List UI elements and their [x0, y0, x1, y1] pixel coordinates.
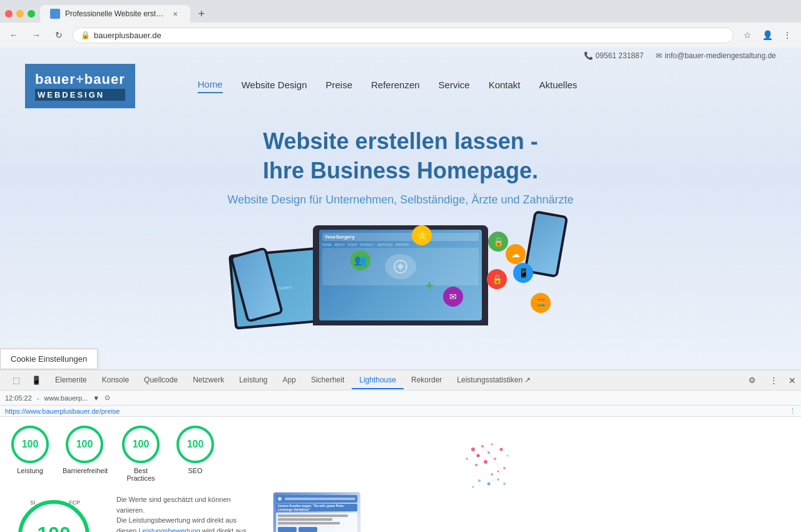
tab-elemente[interactable]: Elemente	[48, 372, 94, 389]
close-window-button[interactable]	[5, 10, 13, 18]
tab-favicon-icon	[50, 9, 60, 19]
nav-kontakt[interactable]: Kontakt	[489, 79, 521, 93]
score-best-practices-circle: 100	[121, 424, 161, 464]
hero-section: Website erstellen lassen - Ihre Business…	[0, 108, 801, 207]
laptop-device: YourSurgery HOMEABOUTSTAFFCONTACTSERVICE…	[313, 225, 488, 325]
ss-nav-bar: Unsere Kunden sagen: "Da sehr gutes Prei…	[276, 504, 357, 511]
settings-icon[interactable]: ⚙	[743, 372, 761, 389]
tab-app[interactable]: App	[275, 372, 304, 389]
tab-lighthouse[interactable]: Lighthouse	[352, 372, 404, 389]
score-seo-circle: 100	[175, 424, 215, 464]
tab-sicherheit[interactable]: Sicherheit	[304, 372, 352, 389]
ss-text-2	[278, 518, 332, 521]
lock-icon: 🔒	[81, 31, 90, 39]
logo[interactable]: bauer+bauer WEBDESIGN	[25, 64, 148, 108]
browser-window: Professionelle Website erstel... ✕ + ← →…	[0, 0, 801, 48]
status-url-bar[interactable]: https://www.bauerplusbauer.de/preise ⋮	[0, 406, 801, 417]
tab-netzwerk[interactable]: Netzwerk	[185, 372, 232, 389]
minimize-window-button[interactable]	[16, 10, 24, 18]
device-icon[interactable]: 📱	[28, 372, 45, 389]
svg-text:100: 100	[187, 439, 204, 449]
svg-point-24	[491, 444, 493, 446]
devices-mockup: YourSurgery YourSurgery HOMEABOUTSTAFFCO…	[213, 213, 588, 325]
nav-website-design[interactable]: Website Design	[242, 79, 307, 93]
cookie-settings-button[interactable]: Cookie Einstellungen	[0, 349, 98, 369]
navigation: bauer+bauer WEBDESIGN Home Website Desig…	[0, 64, 801, 108]
svg-text:100: 100	[76, 439, 93, 449]
scores-row: 100 Leistung 100 Barrierefreiheit	[10, 424, 360, 482]
ss-btn-row	[278, 527, 355, 532]
active-tab[interactable]: Professionelle Website erstel... ✕	[40, 5, 190, 23]
tab-rekorder[interactable]: Rekorder	[404, 372, 449, 389]
scores-section: 100 Leistung 100 Barrierefreiheit	[10, 424, 360, 532]
svg-point-27	[500, 448, 503, 451]
hero-devices-image: YourSurgery YourSurgery HOMEABOUTSTAFFCO…	[0, 213, 801, 325]
logo-bottom-text: WEBDESIGN	[35, 89, 125, 101]
devtools-separator: -	[37, 394, 39, 402]
ss-header	[276, 495, 357, 503]
svg-point-32	[507, 455, 509, 457]
nav-referenzen[interactable]: Referenzen	[371, 79, 420, 93]
profile-icon[interactable]: 👤	[758, 26, 776, 44]
cloud-icon: ☁	[506, 244, 526, 264]
svg-point-30	[497, 471, 499, 473]
big-score-area: SI FCP LCP CLS TBT	[10, 492, 360, 532]
inspect-icon[interactable]: ⬚	[8, 372, 25, 389]
top-info-bar: 📞 09561 231887 ✉ info@bauer-mediengestal…	[0, 48, 801, 64]
phone-number: 09561 231887	[596, 51, 644, 60]
url-text: bauerplusbauer.de	[94, 31, 725, 40]
big-score-svg: 100	[10, 492, 98, 532]
tab-quellcode[interactable]: Quellcode	[136, 372, 185, 389]
nav-home[interactable]: Home	[198, 79, 223, 93]
svg-point-37	[503, 483, 506, 485]
nav-service[interactable]: Service	[439, 79, 470, 93]
tab-leistungsstatistiken[interactable]: Leistungsstatistiken ↗	[449, 372, 538, 389]
status-url-more-icon[interactable]: ⋮	[789, 407, 796, 415]
reload-button[interactable]: ↻	[50, 26, 68, 44]
devtools-tabs: ⬚ 📱 Elemente Konsole Quellcode Netzwerk …	[0, 371, 801, 391]
big-score-wrapper: SI FCP LCP CLS TBT	[10, 492, 98, 532]
svg-point-26	[475, 464, 477, 466]
ss-btn-2	[298, 527, 317, 532]
devtools-dropdown-icon[interactable]: ▼	[93, 394, 99, 402]
new-tab-button[interactable]: +	[193, 5, 210, 23]
leistungsbewertung-link[interactable]: Leistungsbewertung	[138, 527, 200, 533]
svg-point-19	[471, 448, 475, 451]
svg-point-36	[472, 486, 474, 488]
bookmark-icon[interactable]: ☆	[738, 26, 756, 44]
phone-info: 📞 09561 231887	[584, 51, 644, 60]
screenshot-inner: Unsere Kunden sagen: "Da sehr gutes Prei…	[273, 493, 360, 532]
nav-aktuelles[interactable]: Aktuelles	[539, 79, 578, 93]
score-leistung-label: Leistung	[17, 467, 43, 474]
more-icon[interactable]: ⋮	[765, 372, 782, 389]
tab-close-button[interactable]: ✕	[170, 9, 180, 19]
ss-dot-1	[278, 497, 282, 501]
phone-icon: 📞	[584, 51, 593, 60]
nav-preise[interactable]: Preise	[326, 79, 353, 93]
menu-icon[interactable]: ⋮	[778, 26, 796, 44]
scatter-visualization	[385, 437, 511, 512]
tab-konsole[interactable]: Konsole	[94, 372, 136, 389]
address-bar[interactable]: 🔒 bauerplusbauer.de	[73, 28, 733, 43]
ss-btn-1	[278, 527, 297, 532]
big-score-desc-line1: Die Werte sind geschätzt und können vari…	[116, 494, 254, 532]
devtools-close-button[interactable]: ✕	[788, 376, 796, 386]
tab-leistung[interactable]: Leistung	[232, 372, 275, 389]
score-seo: 100 SEO	[175, 424, 215, 474]
screenshot-preview: Unsere Kunden sagen: "Da sehr gutes Prei…	[273, 492, 360, 532]
tab-title: Professionelle Website erstel...	[65, 9, 165, 18]
screen-logo: YourSurgery	[322, 233, 479, 241]
score-seo-label: SEO	[188, 467, 202, 474]
status-url-text: https://www.bauerplusbauer.de/preise	[5, 407, 120, 415]
devtools-status-bar: 12:05:22 - www.bauerp... ▼ ⊙	[0, 391, 801, 406]
svg-point-22	[487, 451, 490, 454]
maximize-window-button[interactable]	[28, 10, 35, 18]
score-barrierefreiheit: 100 Barrierefreiheit	[63, 424, 106, 474]
website-content: 📞 09561 231887 ✉ info@bauer-mediengestal…	[0, 48, 801, 369]
lighthouse-content: 100 Leistung 100 Barrierefreiheit	[0, 417, 801, 532]
back-button[interactable]: ←	[5, 26, 23, 44]
forward-button[interactable]: →	[28, 26, 45, 44]
scatter-svg	[385, 437, 511, 512]
tab-bar: Professionelle Website erstel... ✕ +	[0, 0, 801, 23]
big-score-desc-area: Die Werte sind geschätzt und können vari…	[116, 492, 254, 532]
